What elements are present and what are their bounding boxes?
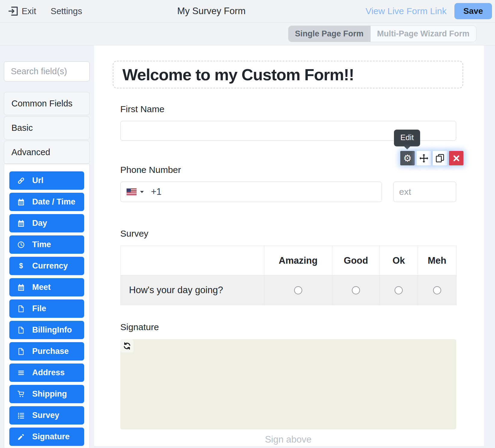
file-icon <box>17 348 25 355</box>
survey-question: How's your day going? <box>121 275 264 305</box>
field-button-purchase[interactable]: Purchase <box>9 342 84 361</box>
survey-column-amazing: Amazing <box>264 246 332 275</box>
field-button-label: Shipping <box>32 389 67 399</box>
calendar-icon <box>17 198 25 206</box>
exit-icon <box>8 6 19 17</box>
first-name-label: First Name <box>120 104 456 114</box>
settings-button[interactable]: Settings <box>51 6 82 16</box>
field-button-meet[interactable]: Meet <box>9 278 84 296</box>
field-button-label: Survey <box>32 411 59 420</box>
delete-x-icon <box>453 155 460 162</box>
survey-column-ok: Ok <box>380 246 418 275</box>
dial-code: +1 <box>151 186 161 197</box>
advanced-fields-panel: Url Date / Time Day Time $ Currency Meet… <box>4 164 90 448</box>
copy-button[interactable] <box>433 151 447 165</box>
edit-tooltip: Edit <box>394 130 420 146</box>
cart-icon <box>17 390 25 398</box>
field-button-billinginfo[interactable]: BillingInfo <box>9 321 84 339</box>
field-button-label: Day <box>32 219 47 228</box>
signature-label: Signature <box>120 322 456 332</box>
move-button[interactable] <box>417 151 431 165</box>
toggle-multi-page-wizard-form[interactable]: Multi-Page Wizard Form <box>370 26 476 42</box>
move-icon <box>419 154 429 163</box>
clock-icon <box>17 241 25 249</box>
survey-column-good: Good <box>332 246 380 275</box>
survey-radio-ok[interactable] <box>395 286 403 294</box>
field-button-label: Url <box>32 176 44 185</box>
sub-bar: Single Page Form Multi-Page Wizard Form <box>0 23 495 45</box>
field-button-label: Meet <box>32 283 51 292</box>
field-button-label: Signature <box>32 432 70 441</box>
signature-hint: Sign above <box>120 434 456 445</box>
dollar-icon: $ <box>17 262 25 270</box>
survey-radio-amazing[interactable] <box>294 286 302 294</box>
phone-number-label: Phone Number <box>120 165 456 175</box>
field-button-label: File <box>32 304 46 313</box>
field-button-label: BillingInfo <box>32 325 72 335</box>
tooltip-arrow <box>404 146 410 149</box>
pencil-icon <box>17 433 25 441</box>
refresh-icon <box>123 342 131 350</box>
top-bar: Exit Settings My Survey Form View Live F… <box>0 0 495 23</box>
page-title: My Survey Form <box>177 6 245 17</box>
field-button-day[interactable]: Day <box>9 214 84 232</box>
survey-table: AmazingGoodOkMehHow's your day going? <box>120 246 457 305</box>
field-button-currency[interactable]: $ Currency <box>9 257 84 275</box>
menu-icon <box>17 369 25 377</box>
field-button-url[interactable]: Url <box>9 171 84 190</box>
phone-input[interactable]: +1 <box>120 182 382 202</box>
phone-row: +1 <box>120 182 456 202</box>
field-button-survey[interactable]: Survey <box>9 406 84 425</box>
exit-button[interactable]: Exit <box>8 6 36 17</box>
phone-ext-input[interactable] <box>393 182 456 202</box>
accordion-common-fields[interactable]: Common Fields <box>4 92 90 115</box>
field-button-address[interactable]: Address <box>9 364 84 382</box>
gear-button[interactable]: ⚙ <box>400 151 415 165</box>
flag-canton <box>127 189 131 192</box>
survey-header-corner <box>121 246 264 275</box>
phone-number-field[interactable] <box>163 183 382 201</box>
calendar-icon <box>17 284 25 291</box>
page-mode-toggle: Single Page Form Multi-Page Wizard Form <box>288 26 476 42</box>
field-button-label: Address <box>32 368 65 377</box>
accordion-advanced[interactable]: Advanced <box>4 141 90 164</box>
save-button[interactable]: Save <box>454 3 492 19</box>
field-button-time[interactable]: Time <box>9 235 84 254</box>
field-action-toolbar: ⚙ <box>400 151 463 165</box>
form-title-block[interactable]: Welcome to my Custom Form!! <box>113 61 463 88</box>
survey-column-meh: Meh <box>418 246 457 275</box>
field-palette-sidebar: Common Fields Basic Advanced Url Date / … <box>4 45 90 448</box>
field-button-shipping[interactable]: Shipping <box>9 385 84 403</box>
us-flag-icon[interactable] <box>127 189 137 195</box>
list-icon <box>17 412 25 419</box>
field-button-signature[interactable]: Signature <box>9 428 84 446</box>
signature-pad[interactable] <box>120 339 456 429</box>
form-canvas: Welcome to my Custom Form!! First Name P… <box>94 45 484 447</box>
link-icon <box>17 177 25 185</box>
survey-cell-meh <box>418 275 457 305</box>
survey-label: Survey <box>120 229 456 239</box>
chevron-down-icon[interactable] <box>140 191 144 193</box>
gear-icon: ⚙ <box>403 154 412 163</box>
field-button-label: Time <box>32 240 51 249</box>
field-button-label: Purchase <box>32 347 69 356</box>
toggle-single-page-form[interactable]: Single Page Form <box>288 26 370 42</box>
field-button-label: Date / Time <box>32 197 75 207</box>
survey-radio-good[interactable] <box>352 286 360 294</box>
view-live-form-link[interactable]: View Live Form Link <box>365 6 447 16</box>
field-button-file[interactable]: File <box>9 299 84 318</box>
survey-cell-good <box>332 275 380 305</box>
exit-label: Exit <box>22 6 36 16</box>
refresh-signature-button[interactable] <box>120 339 134 352</box>
field-button-label: Currency <box>32 261 68 271</box>
accordion-basic[interactable]: Basic <box>4 116 90 140</box>
workspace: Common Fields Basic Advanced Url Date / … <box>0 45 495 448</box>
survey-cell-amazing <box>264 275 332 305</box>
search-input[interactable] <box>4 61 90 81</box>
calendar-icon <box>17 219 25 227</box>
delete-x-button[interactable] <box>449 151 463 165</box>
survey-radio-meh[interactable] <box>433 286 441 294</box>
field-button-date-time[interactable]: Date / Time <box>9 193 84 211</box>
field-button-list: Url Date / Time Day Time $ Currency Meet… <box>9 171 84 446</box>
file-icon <box>17 326 25 334</box>
